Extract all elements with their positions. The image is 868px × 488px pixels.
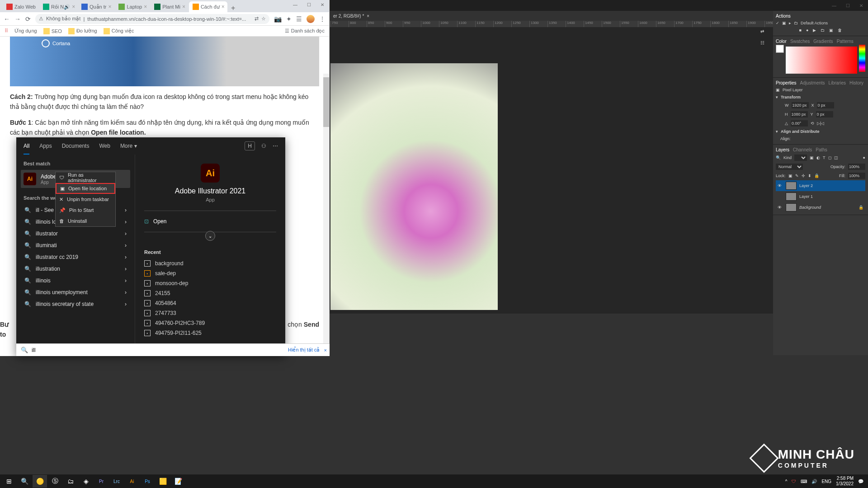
extensions-icon[interactable]: ✦	[286, 15, 292, 23]
expand-icon[interactable]: ⌄	[205, 231, 215, 241]
recent-item[interactable]: ▪monsoon-dep	[144, 278, 276, 288]
layer-row[interactable]: 👁Layer 2	[776, 180, 865, 191]
tray-lang[interactable]: ENG	[821, 479, 831, 484]
ps-canvas-image[interactable]	[330, 63, 498, 310]
bookmark-doluong[interactable]: Đo lường	[68, 28, 97, 34]
ps-close[interactable]: ✕	[854, 1, 868, 10]
search-tab-all[interactable]: All	[24, 143, 29, 155]
tab-roi[interactable]: Rồi N🔊×	[39, 1, 78, 12]
apps-icon[interactable]: ⠿	[5, 28, 8, 34]
minimize-button[interactable]: —	[288, 0, 302, 9]
search-tab-more[interactable]: More ▾	[120, 143, 137, 149]
web-search-item[interactable]: 🔍illinois secretary of state›	[21, 298, 130, 310]
translate-icon[interactable]: ⇄	[255, 16, 259, 22]
maximize-button[interactable]: ☐	[302, 0, 316, 9]
close-icon[interactable]: ×	[108, 4, 111, 10]
bookmark-congviec[interactable]: Công việc	[104, 28, 134, 34]
tab-zalo[interactable]: Zalo Web	[3, 1, 39, 12]
person-icon[interactable]: ⚇	[261, 143, 266, 149]
web-search-item[interactable]: 🔍illuminati›	[21, 239, 130, 251]
taskbar-lightroom[interactable]: Lrc	[109, 475, 124, 488]
reload-icon[interactable]: ⟳	[25, 15, 31, 23]
new-tab-button[interactable]: +	[227, 4, 239, 12]
recent-item[interactable]: ▪494760-PI2HC3-789	[144, 318, 276, 328]
web-search-item[interactable]: 🔍illinois›	[21, 275, 130, 286]
taskbar-notes[interactable]: 🟨	[156, 475, 170, 488]
taskbar-search[interactable]: 🔍	[17, 475, 32, 488]
close-icon[interactable]: ×	[72, 4, 75, 10]
star-icon[interactable]: ☆	[261, 16, 266, 22]
tab-cachdu[interactable]: Cách đư×	[189, 1, 227, 12]
blend-mode[interactable]: Normal	[776, 164, 803, 170]
taskbar-premiere[interactable]: Pr	[94, 475, 108, 488]
hue-slider[interactable]	[859, 45, 865, 72]
recent-item[interactable]: ▪24155	[144, 288, 276, 298]
tray-shield[interactable]: 🛡	[792, 479, 796, 484]
tray-notifications[interactable]: 💬	[858, 479, 863, 484]
taskbar-illustrator[interactable]: Ai	[125, 475, 139, 488]
back-icon[interactable]: ←	[4, 15, 10, 23]
tray-keyboard[interactable]: ⌨	[801, 479, 807, 484]
visibility-icon[interactable]: 👁	[778, 205, 783, 210]
page-scrollbar[interactable]	[323, 74, 329, 356]
panel-icon[interactable]: ☷	[760, 40, 764, 45]
reading-list[interactable]: ☰Danh sách đọc	[285, 28, 325, 34]
more-icon[interactable]: ⋯	[273, 143, 278, 149]
swap-icon[interactable]: ⇄	[760, 29, 764, 34]
open-button[interactable]: ⊡Open	[144, 215, 276, 228]
camera-icon[interactable]: 📷	[274, 15, 282, 23]
show-all-hint[interactable]: Hiển thị tất cả×	[285, 343, 330, 356]
layer-row[interactable]: Layer 1	[776, 191, 865, 202]
menu-icon[interactable]: ⋮	[319, 15, 326, 23]
height-input[interactable]	[791, 111, 808, 117]
x-input[interactable]	[817, 102, 834, 108]
recent-item[interactable]: ▪background	[144, 258, 276, 268]
search-tab-web[interactable]: Web	[99, 143, 110, 149]
address-bar[interactable]: ⚠ Không bảo mật | thuthuatphanmem.vn/cac…	[35, 14, 269, 24]
ctx-run-admin[interactable]: 🛡Run as administrator	[56, 172, 115, 183]
taskbar-photoshop[interactable]: Ps	[140, 475, 155, 488]
fill-input[interactable]	[848, 173, 865, 179]
color-field[interactable]	[786, 47, 857, 74]
fg-color[interactable]	[776, 45, 784, 53]
ps-maximize[interactable]: ☐	[841, 1, 854, 10]
tab-plant[interactable]: Plant Mi×	[151, 1, 189, 12]
taskbar-notepad[interactable]: 📝	[171, 475, 185, 488]
close-button[interactable]: ✕	[316, 0, 329, 9]
search-tab-documents[interactable]: Documents	[62, 143, 90, 149]
taskbar-clock[interactable]: 2:58 PM1/3/2022	[836, 476, 854, 487]
tray-chevron[interactable]: ^	[785, 479, 788, 484]
search-letter[interactable]: H	[245, 141, 255, 150]
forward-icon[interactable]: →	[14, 15, 21, 23]
recent-item[interactable]: ▪494759-PI2I11-625	[144, 328, 276, 338]
ctx-pin-start[interactable]: 📌Pin to Start	[56, 205, 115, 216]
tab-quantri[interactable]: Quản tr×	[78, 1, 115, 12]
web-search-item[interactable]: 🔍illustration›	[21, 263, 130, 275]
taskbar-figma[interactable]: ◈	[79, 475, 93, 488]
search-input-bar[interactable]: 🔍 ill	[16, 343, 285, 356]
recent-item[interactable]: ▪2747733	[144, 308, 276, 318]
recent-item[interactable]: ▪sale-dep	[144, 268, 276, 278]
profile-icon[interactable]	[307, 15, 315, 23]
close-icon[interactable]: ×	[144, 4, 147, 10]
opacity-input[interactable]	[848, 164, 865, 170]
angle-input[interactable]	[791, 120, 808, 127]
ps-minimize[interactable]: —	[827, 1, 841, 10]
tab-laptop[interactable]: Laptop×	[115, 1, 151, 12]
taskbar-skype[interactable]: Ⓢ	[48, 475, 62, 488]
web-search-item[interactable]: 🔍illustrator›	[21, 228, 130, 239]
list-icon[interactable]: ☰	[296, 15, 302, 23]
width-input[interactable]	[792, 102, 809, 108]
taskbar-chrome[interactable]: 🟡	[33, 475, 47, 488]
visibility-icon[interactable]: 👁	[778, 183, 783, 188]
ctx-uninstall[interactable]: 🗑Uninstall	[56, 216, 115, 226]
search-tab-apps[interactable]: Apps	[39, 143, 52, 149]
bookmark-seo[interactable]: SEO	[43, 28, 62, 34]
tray-volume[interactable]: 🔊	[811, 479, 817, 484]
kind-select[interactable]	[794, 155, 807, 161]
y-input[interactable]	[816, 111, 833, 117]
close-icon[interactable]: ×	[182, 4, 185, 10]
web-search-item[interactable]: 🔍illustrator cc 2019›	[21, 251, 130, 263]
recent-item[interactable]: ▪4054864	[144, 298, 276, 308]
close-icon[interactable]: ×	[324, 347, 327, 353]
